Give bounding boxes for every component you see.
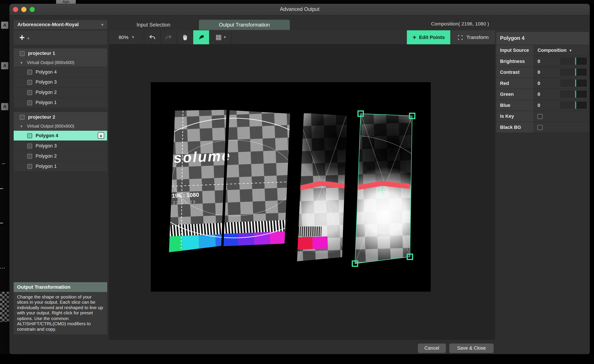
- layer-a-badge: A: [1, 103, 8, 110]
- contrast-label: Contrast: [496, 67, 534, 78]
- slice-properties-panel: Polygon 4 Input Source Composition ▾ Bri…: [496, 32, 589, 133]
- tree-slice-row[interactable]: Polygon 2: [14, 88, 107, 97]
- chevron-down-icon: ▾: [27, 36, 29, 41]
- checkbox[interactable]: [27, 133, 32, 138]
- black-bg-row: Black BG: [496, 122, 589, 133]
- red-slider[interactable]: [560, 80, 587, 87]
- transform-button[interactable]: Transform: [451, 30, 495, 44]
- disclosure-triangle-icon[interactable]: ▾: [20, 124, 22, 128]
- brightness-label: Brightness: [496, 56, 534, 67]
- redo-icon: [165, 34, 172, 41]
- tree-slice-row[interactable]: Polygon 1: [14, 161, 107, 171]
- close-window-button[interactable]: [13, 7, 18, 12]
- zoom-level: 80%: [119, 34, 128, 40]
- properties-title: Polygon 4: [496, 32, 589, 45]
- blue-value: 0: [538, 102, 540, 108]
- composition-size-label: Composition( 2196, 1080 ): [431, 21, 489, 27]
- checkbox[interactable]: [20, 51, 25, 56]
- canvas-toolbar: 80% ▾: [109, 30, 495, 45]
- edit-points-label: Edit Points: [419, 34, 445, 40]
- checkbox[interactable]: [27, 80, 32, 85]
- cancel-button[interactable]: Cancel: [418, 344, 446, 353]
- slice-tree: projecteur 1 ▾ Virtual Output (800x600) …: [14, 46, 107, 282]
- checkbox[interactable]: [27, 154, 32, 158]
- chevron-down-icon: ▾: [101, 20, 103, 29]
- tree-output-row[interactable]: ▾ Virtual Output (800x600): [14, 58, 107, 67]
- checkbox[interactable]: [20, 115, 25, 120]
- hand-icon: [181, 34, 188, 41]
- group-label: projecteur 1: [28, 51, 55, 56]
- tree-slice-row[interactable]: Polygon 1: [14, 98, 107, 108]
- output-canvas[interactable]: 196 : 1080 22:31:23: [109, 45, 495, 340]
- chevron-down-icon: ▾: [570, 48, 572, 53]
- preset-dropdown[interactable]: Arborescence-Mont-Royal ▾: [14, 20, 107, 29]
- grid-options-button[interactable]: ▾: [209, 30, 232, 44]
- save-close-button[interactable]: Save & Close: [449, 344, 494, 353]
- green-slider[interactable]: [560, 91, 587, 98]
- zoom-window-button[interactable]: [30, 7, 35, 12]
- tree-slice-row[interactable]: Polygon 3: [14, 77, 107, 87]
- undo-icon: [148, 34, 156, 41]
- transform-label: Transform: [466, 34, 489, 40]
- minimize-window-button[interactable]: [21, 7, 26, 12]
- tree-slice-row-selected[interactable]: Polygon 4 x: [14, 131, 107, 141]
- green-value: 0: [538, 92, 540, 97]
- brightness-slider[interactable]: [560, 57, 587, 65]
- contrast-slider[interactable]: [560, 68, 587, 76]
- blue-slider[interactable]: [560, 101, 587, 109]
- chevron-down-icon: ▾: [132, 35, 134, 40]
- composition-preview[interactable]: 196 : 1080 22:31:23: [109, 45, 495, 339]
- remove-slice-button[interactable]: x: [98, 132, 104, 139]
- tree-slice-row[interactable]: Polygon 2: [14, 151, 107, 161]
- tree-group-projecteur-1[interactable]: projecteur 1: [14, 48, 107, 58]
- green-label: Green: [496, 89, 534, 100]
- slice-label: Polygon 1: [36, 164, 57, 169]
- checkbox[interactable]: [27, 143, 32, 148]
- background-app-bottom: [0, 354, 594, 364]
- layer-a-badge: A: [1, 21, 8, 29]
- background-dotted-mark: [0, 268, 5, 269]
- title-bar[interactable]: Advanced Output: [9, 4, 590, 15]
- zoom-dropdown[interactable]: 80% ▾: [109, 30, 144, 44]
- checkbox[interactable]: [27, 100, 32, 105]
- transform-icon: [457, 34, 463, 40]
- tree-group-projecteur-2[interactable]: projecteur 2: [14, 112, 107, 122]
- undo-button[interactable]: [144, 30, 161, 44]
- tab-input-selection[interactable]: Input Selection: [125, 20, 182, 30]
- tree-output-row[interactable]: ▾ Virtual Output (800x600): [14, 122, 107, 130]
- tree-slice-row[interactable]: Polygon 3: [14, 141, 107, 151]
- pan-tool-button[interactable]: [177, 30, 193, 44]
- redo-button[interactable]: [161, 30, 177, 44]
- testcard-timecode: 22:31:23: [173, 200, 196, 205]
- disclosure-triangle-icon[interactable]: ▾: [20, 60, 22, 64]
- black-bg-checkbox[interactable]: [538, 125, 543, 130]
- checkbox[interactable]: [27, 69, 32, 74]
- add-slice-button[interactable]: + ▾: [14, 30, 107, 45]
- plus-icon: +: [413, 34, 416, 41]
- brightness-row: Brightness 0: [496, 56, 589, 67]
- plus-icon: +: [19, 33, 25, 42]
- tab-output-transformation[interactable]: Output Transformation: [199, 20, 290, 30]
- testcard-resolution: 196 : 1080: [172, 191, 199, 199]
- input-source-label: Input Source: [496, 45, 534, 56]
- checkbox[interactable]: [27, 90, 32, 95]
- help-title: Output Transformation: [14, 282, 107, 292]
- group-label: projecteur 2: [28, 114, 55, 120]
- red-row: Red 0: [496, 78, 589, 89]
- grid-icon: [215, 34, 222, 41]
- background-tab: Alph: [56, 0, 75, 4]
- output-label: Virtual Output (800x600): [27, 124, 74, 128]
- help-text: Change the shape or position of your sli…: [14, 292, 107, 334]
- preset-label: Arborescence-Mont-Royal: [17, 21, 79, 27]
- edit-points-button[interactable]: + Edit Points: [407, 30, 451, 44]
- input-source-dropdown[interactable]: Composition ▾: [534, 45, 589, 56]
- slice-label: Polygon 3: [36, 80, 57, 85]
- slice-label: Polygon 2: [36, 90, 57, 95]
- mask-mode-button[interactable]: [193, 30, 209, 44]
- is-key-label: Is Key: [496, 111, 534, 122]
- tree-slice-row[interactable]: Polygon 4: [14, 67, 107, 77]
- screen: Alph A A A – Advanced Output Arborescenc…: [0, 0, 594, 364]
- is-key-checkbox[interactable]: [538, 114, 543, 119]
- input-source-value: Composition: [538, 48, 567, 53]
- checkbox[interactable]: [27, 164, 32, 169]
